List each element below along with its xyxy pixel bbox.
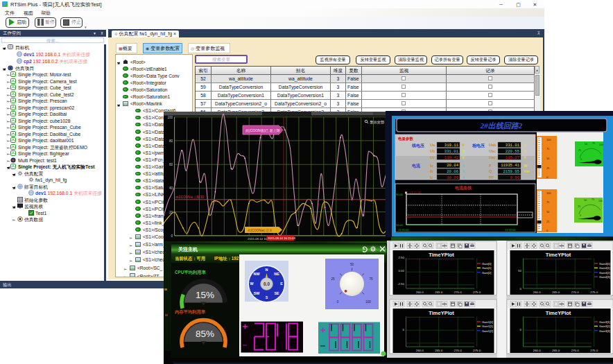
svg-text:E: E: [280, 281, 283, 286]
svg-text:50: 50: [350, 263, 354, 266]
svg-text:Gain4[0]: Gain4[0]: [599, 262, 610, 266]
svg-text:TimeYPlot: TimeYPlot: [429, 252, 454, 258]
svg-text:260.0: 260.0: [416, 291, 424, 294]
svg-text:Gain1[0]: Gain1[0]: [482, 320, 493, 324]
svg-text:75: 75: [369, 277, 373, 281]
svg-text:275.0: 275.0: [590, 291, 598, 294]
svg-text:25: 25: [578, 205, 580, 208]
svg-text:此(COON值)已 超上限: 此(COON值)已 超上限: [245, 128, 280, 133]
svg-text:A: A: [462, 175, 465, 180]
svg-text:10.00: 10.00: [396, 223, 404, 227]
svg-text:关注主机: 关注主机: [178, 246, 198, 252]
svg-text:0: 0: [546, 176, 548, 179]
svg-text:13:32:00: 13:32:00: [505, 228, 516, 232]
svg-text:W: W: [524, 164, 528, 168]
svg-text:40: 40: [169, 187, 173, 190]
svg-text:Gain[1]: Gain[1]: [482, 266, 492, 270]
svg-text:110.42: 110.42: [444, 155, 458, 160]
svg-text:Gain1[1]: Gain1[1]: [482, 324, 493, 328]
svg-text:270.0: 270.0: [571, 349, 580, 352]
svg-text:S: S: [266, 295, 268, 300]
svg-text:80: 80: [169, 139, 173, 143]
svg-text:115.27: 115.27: [506, 155, 519, 160]
svg-text:A: A: [462, 169, 465, 173]
svg-text:TimeYPlot: TimeYPlot: [429, 310, 454, 316]
svg-text:50: 50: [546, 157, 549, 160]
svg-text:PF: PF: [489, 175, 494, 180]
svg-text:275.0: 275.0: [590, 349, 598, 352]
svg-text:0: 0: [580, 214, 581, 217]
svg-text:电量参数: 电量参数: [398, 137, 414, 141]
svg-text:100: 100: [546, 139, 551, 141]
svg-text:-2.50: -2.50: [397, 282, 405, 286]
svg-text:265.0: 265.0: [552, 291, 560, 294]
svg-text:25: 25: [331, 277, 335, 281]
svg-text:85%: 85%: [196, 329, 214, 339]
svg-text:319.11: 319.11: [444, 143, 459, 148]
svg-text:相电压: 相电压: [472, 143, 485, 148]
svg-text:线电压: 线电压: [411, 143, 424, 148]
svg-text:由CCOON值上限 30: 由CCOON值上限 30: [175, 196, 205, 199]
svg-text:75: 75: [546, 148, 549, 150]
svg-text:Gain4[3]: Gain4[3]: [599, 275, 610, 279]
svg-text:Gain[0]: Gain[0]: [482, 262, 492, 266]
svg-text:0.90: 0.90: [510, 175, 520, 180]
svg-text:Q: Q: [489, 169, 492, 173]
svg-text:V: V: [462, 149, 465, 153]
svg-text:Gain3[2]: Gain3[2]: [599, 324, 610, 328]
svg-text:2.50: 2.50: [398, 256, 404, 259]
svg-text:2015-08-14 16:15:03: 2015-08-14 16:15:03: [268, 236, 296, 240]
svg-text:18.09: 18.09: [447, 175, 458, 180]
svg-text:0: 0: [546, 229, 548, 232]
svg-text:内存平均利用率: 内存平均利用率: [175, 309, 206, 315]
svg-text:75: 75: [592, 198, 594, 201]
svg-text:Gain[2]: Gain[2]: [482, 271, 492, 275]
svg-text:260.0: 260.0: [416, 349, 424, 352]
svg-text:260.0: 260.0: [533, 291, 542, 294]
svg-text:V: V: [524, 155, 526, 159]
svg-text:IP地址：192: IP地址：192: [214, 256, 239, 261]
svg-text:20.06: 20.06: [447, 169, 458, 174]
svg-text:SW: SW: [254, 291, 261, 295]
svg-text:V: V: [524, 143, 526, 147]
svg-text:11935.41: 11935.41: [501, 163, 519, 168]
svg-text:Uc: Uc: [430, 155, 435, 159]
svg-text:275.0: 275.0: [473, 349, 481, 352]
svg-text:15%: 15%: [196, 290, 214, 300]
svg-text:0: 0: [337, 300, 339, 304]
svg-text:270.0: 270.0: [454, 349, 463, 352]
svg-text:100: 100: [598, 200, 603, 202]
svg-text:13:31:00: 13:31:00: [398, 228, 409, 232]
svg-text:N: N: [266, 268, 268, 272]
svg-text:V: V: [462, 143, 465, 147]
svg-text:100: 100: [599, 144, 603, 146]
svg-text:275.0: 275.0: [473, 291, 481, 294]
svg-text:A: A: [462, 164, 465, 168]
svg-text:265.0: 265.0: [435, 291, 443, 294]
svg-text:0.0: 0.0: [264, 281, 270, 286]
svg-text:V: V: [462, 155, 465, 159]
svg-text:Gain3[1]: Gain3[1]: [599, 320, 610, 324]
svg-text:2#出线回路2: 2#出线回路2: [480, 121, 523, 130]
svg-text:NE: NE: [274, 272, 279, 276]
svg-text:331.01: 331.01: [506, 143, 520, 148]
svg-text:25: 25: [546, 220, 549, 223]
svg-text:Ib: Ib: [430, 169, 434, 173]
svg-text:50: 50: [584, 199, 587, 202]
svg-text:75: 75: [592, 142, 595, 145]
svg-text:2159.95: 2159.95: [503, 169, 520, 174]
svg-text:2015-08-14 16:: 2015-08-14 16:: [248, 237, 268, 241]
svg-text:TimeYPlot: TimeYPlot: [546, 310, 571, 316]
svg-text:Ub: Ub: [430, 149, 435, 153]
svg-text:60: 60: [169, 163, 173, 166]
svg-text:当前状态：可用: 当前状态：可用: [175, 256, 205, 261]
svg-text:NW: NW: [254, 272, 261, 276]
svg-text:Uac: Uac: [489, 155, 496, 159]
svg-text:270.0: 270.0: [454, 291, 463, 294]
svg-text:Ua: Ua: [430, 143, 435, 147]
svg-text:Ubc: Ubc: [489, 149, 496, 153]
svg-text:331.01: 331.01: [444, 149, 459, 154]
svg-text:此(COON值) 正常: 此(COON值) 正常: [248, 228, 273, 232]
svg-text:显示全部: 显示全部: [370, 120, 384, 125]
svg-text:50: 50: [546, 211, 549, 214]
